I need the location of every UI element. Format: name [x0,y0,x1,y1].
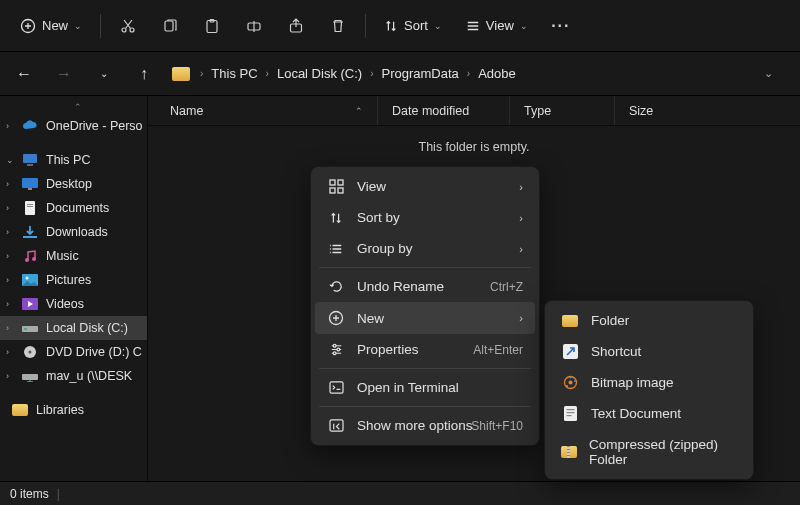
paste-button[interactable] [193,8,231,44]
rename-button[interactable] [235,8,273,44]
ctx-properties[interactable]: PropertiesAlt+Enter [315,334,535,365]
sidebar-item-local-disk[interactable]: ›Local Disk (C:) [0,316,147,340]
sidebar-label: Documents [46,201,109,215]
column-type[interactable]: Type [510,96,615,125]
sidebar-item-network[interactable]: ›mav_u (\\DESK [0,364,147,388]
sort-icon [327,211,345,225]
up-button[interactable]: ↑ [128,58,160,90]
sidebar-item-pictures[interactable]: ›Pictures [0,268,147,292]
svg-rect-35 [330,420,343,431]
crumb-adobe[interactable]: Adobe [474,62,520,85]
sub-shortcut[interactable]: Shortcut [549,336,749,367]
column-name[interactable]: Name⌃ [148,96,378,125]
sidebar-item-desktop[interactable]: ›Desktop [0,172,147,196]
videos-icon [22,297,38,311]
svg-point-24 [29,351,32,354]
more-button[interactable]: ··· [542,8,580,44]
crumb-local-disk[interactable]: Local Disk (C:) [273,62,366,85]
chevron-right-icon[interactable]: › [6,371,9,381]
ctx-view[interactable]: View› [315,171,535,202]
sub-text[interactable]: Text Document [549,398,749,429]
sort-button[interactable]: Sort ⌄ [374,12,452,39]
delete-button[interactable] [319,8,357,44]
svg-rect-28 [330,188,335,193]
sidebar-item-this-pc[interactable]: ⌄This PC [0,148,147,172]
view-button[interactable]: View ⌄ [456,12,538,39]
crumb-programdata[interactable]: ProgramData [378,62,463,85]
column-date[interactable]: Date modified [378,96,510,125]
column-label: Date modified [392,104,469,118]
text-icon [561,406,579,421]
svg-point-31 [333,344,336,347]
column-label: Name [170,104,203,118]
sidebar-item-libraries[interactable]: Libraries [0,398,147,422]
sub-label: Shortcut [591,344,641,359]
chevron-down-icon: ⌄ [520,21,528,31]
terminal-icon [327,381,345,394]
crumb-this-pc[interactable]: This PC [207,62,261,85]
shortcut: Shift+F10 [471,419,523,433]
svg-rect-13 [27,204,33,205]
forward-button[interactable]: → [48,58,80,90]
ctx-new[interactable]: New› [315,302,535,334]
sub-label: Bitmap image [591,375,674,390]
share-button[interactable] [277,8,315,44]
chevron-right-icon[interactable]: › [6,227,9,237]
chevron-down-icon: ⌄ [74,21,82,31]
sub-zip[interactable]: Compressed (zipped) Folder [549,429,749,475]
chevron-right-icon[interactable]: › [6,275,9,285]
chevron-right-icon[interactable]: › [6,323,9,333]
sidebar-item-music[interactable]: ›Music [0,244,147,268]
back-button[interactable]: ← [8,58,40,90]
column-size[interactable]: Size [615,96,800,125]
sidebar-item-onedrive[interactable]: ›OneDrive - Perso [0,114,147,138]
sub-folder[interactable]: Folder [549,305,749,336]
chevron-down-icon[interactable]: ⌄ [6,155,14,165]
ctx-undo[interactable]: Undo RenameCtrl+Z [315,271,535,302]
libraries-icon [12,403,28,417]
sub-label: Compressed (zipped) Folder [589,437,737,467]
chevron-right-icon[interactable]: › [6,179,9,189]
svg-point-2 [130,28,134,32]
sidebar-label: Libraries [36,403,84,417]
sidebar-label: Music [46,249,79,263]
ctx-sort[interactable]: Sort by› [315,202,535,233]
sidebar-label: Downloads [46,225,108,239]
ctx-terminal[interactable]: Open in Terminal [315,372,535,403]
view-label: View [486,18,514,33]
sidebar-label: This PC [46,153,90,167]
ctx-more[interactable]: Show more optionsShift+F10 [315,410,535,441]
sidebar-label: Videos [46,297,84,311]
chevron-right-icon[interactable]: › [6,203,9,213]
ctx-label: Group by [357,241,413,256]
sidebar-item-downloads[interactable]: ›Downloads [0,220,147,244]
ctx-label: Undo Rename [357,279,444,294]
chevron-right-icon: › [368,68,375,79]
sort-label: Sort [404,18,428,33]
svg-point-17 [32,257,36,261]
breadcrumb[interactable]: › This PC › Local Disk (C:) › ProgramDat… [168,62,792,85]
recent-chevron[interactable]: ⌄ [88,58,120,90]
scroll-up-icon[interactable]: ⌃ [74,102,82,112]
chevron-right-icon[interactable]: › [6,347,9,357]
sub-bitmap[interactable]: Bitmap image [549,367,749,398]
cut-button[interactable] [109,8,147,44]
svg-rect-26 [330,180,335,185]
ctx-label: Sort by [357,210,400,225]
svg-point-19 [26,277,29,280]
svg-rect-8 [23,154,37,163]
toolbar: New ⌄ Sort ⌄ View ⌄ ··· [0,0,800,52]
chevron-right-icon[interactable]: › [6,121,9,131]
svg-rect-29 [338,188,343,193]
chevron-down-icon[interactable]: ⌄ [764,67,788,80]
chevron-right-icon[interactable]: › [6,299,9,309]
svg-rect-9 [27,164,33,166]
chevron-right-icon[interactable]: › [6,251,9,261]
status-bar: 0 items | [0,481,800,505]
ctx-group[interactable]: Group by› [315,233,535,264]
sidebar-item-documents[interactable]: ›Documents [0,196,147,220]
sidebar-item-dvd[interactable]: ›DVD Drive (D:) C [0,340,147,364]
copy-button[interactable] [151,8,189,44]
new-button[interactable]: New ⌄ [10,12,92,40]
sidebar-item-videos[interactable]: ›Videos [0,292,147,316]
